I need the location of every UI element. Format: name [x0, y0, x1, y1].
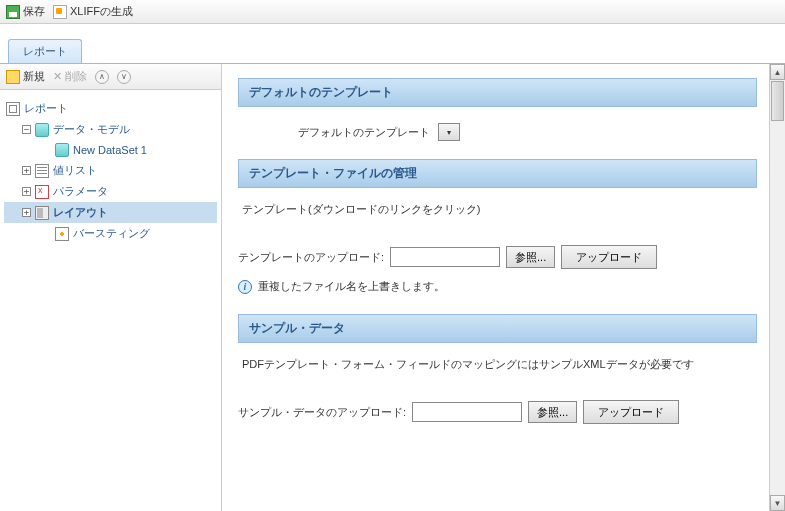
delete-button: ✕ 削除: [53, 69, 87, 84]
tree-item-bursting[interactable]: バースティング: [4, 223, 217, 244]
xliff-icon: [53, 5, 67, 19]
tree-label: パラメータ: [53, 184, 108, 199]
tree-item-dataset[interactable]: New DataSet 1: [4, 140, 217, 160]
scroll-down-button[interactable]: ▼: [770, 495, 785, 511]
tab-report-label: レポート: [23, 45, 67, 57]
expand-icon[interactable]: +: [22, 208, 31, 217]
tree-label: New DataSet 1: [73, 144, 147, 156]
value-list-icon: [35, 164, 49, 178]
overwrite-info-text: 重複したファイル名を上書きします。: [258, 279, 445, 294]
content-panel: デフォルトのテンプレート デフォルトのテンプレート ▾ テンプレート・ファイルの…: [222, 64, 785, 511]
delete-icon: ✕: [53, 70, 62, 83]
save-icon: [6, 5, 20, 19]
main-layout: 新規 ✕ 削除 ∧ ∨ レポート − データ・モデル New Da: [0, 64, 785, 511]
new-label: 新規: [23, 69, 45, 84]
sidebar: 新規 ✕ 削除 ∧ ∨ レポート − データ・モデル New Da: [0, 64, 222, 511]
tree-item-parameter[interactable]: + パラメータ: [4, 181, 217, 202]
default-template-row: デフォルトのテンプレート ▾: [238, 119, 757, 159]
bursting-icon: [55, 227, 69, 241]
sample-browse-button[interactable]: 参照...: [528, 401, 577, 423]
sample-upload-button[interactable]: アップロード: [583, 400, 679, 424]
section-header-template-mgmt: テンプレート・ファイルの管理: [238, 159, 757, 188]
collapse-down-button[interactable]: ∨: [117, 70, 131, 84]
collapse-icon[interactable]: −: [22, 125, 31, 134]
report-icon: [6, 102, 20, 116]
delete-label: 削除: [65, 69, 87, 84]
info-icon: i: [238, 280, 252, 294]
template-upload-label: テンプレートのアップロード:: [238, 250, 384, 265]
new-button[interactable]: 新規: [6, 69, 45, 84]
sidebar-toolbar: 新規 ✕ 削除 ∧ ∨: [0, 64, 221, 90]
sample-upload-label: サンプル・データのアップロード:: [238, 405, 406, 420]
tab-report[interactable]: レポート: [8, 39, 82, 63]
template-upload-button[interactable]: アップロード: [561, 245, 657, 269]
tree-item-data-model[interactable]: − データ・モデル: [4, 119, 217, 140]
xliff-generate-button[interactable]: XLIFFの生成: [53, 4, 133, 19]
tree-item-value-list[interactable]: + 値リスト: [4, 160, 217, 181]
tab-bar: レポート: [0, 38, 785, 64]
content-inner: デフォルトのテンプレート デフォルトのテンプレート ▾ テンプレート・ファイルの…: [238, 78, 769, 434]
save-label: 保存: [23, 4, 45, 19]
tree-label: レポート: [24, 101, 68, 116]
sample-upload-input[interactable]: [412, 402, 522, 422]
top-toolbar: 保存 XLIFFの生成: [0, 0, 785, 24]
tree-label: 値リスト: [53, 163, 97, 178]
tree-label: データ・モデル: [53, 122, 130, 137]
tree-label: バースティング: [73, 226, 150, 241]
sample-data-description: PDFテンプレート・フォーム・フィールドのマッピングにはサンプルXMLデータが必…: [238, 355, 757, 396]
expand-icon[interactable]: +: [22, 187, 31, 196]
section-header-default-template: デフォルトのテンプレート: [238, 78, 757, 107]
tree-item-layout[interactable]: + レイアウト: [4, 202, 217, 223]
tree-label: レイアウト: [53, 205, 108, 220]
default-template-dropdown[interactable]: ▾: [438, 123, 460, 141]
template-browse-button[interactable]: 参照...: [506, 246, 555, 268]
dataset-icon: [55, 143, 69, 157]
data-model-icon: [35, 123, 49, 137]
tree: レポート − データ・モデル New DataSet 1 + 値リスト + パラ…: [0, 90, 221, 252]
sample-upload-row: サンプル・データのアップロード: 参照... アップロード: [238, 396, 757, 434]
layout-icon: [35, 206, 49, 220]
scroll-track[interactable]: [770, 80, 785, 495]
collapse-up-button[interactable]: ∧: [95, 70, 109, 84]
template-upload-input[interactable]: [390, 247, 500, 267]
scroll-thumb[interactable]: [771, 81, 784, 121]
new-icon: [6, 70, 20, 84]
default-template-label: デフォルトのテンプレート: [298, 125, 430, 140]
expand-icon[interactable]: +: [22, 166, 31, 175]
overwrite-info-row: i 重複したファイル名を上書きします。: [238, 279, 757, 314]
section-header-sample-data: サンプル・データ: [238, 314, 757, 343]
tree-item-report[interactable]: レポート: [4, 98, 217, 119]
xliff-label: XLIFFの生成: [70, 4, 133, 19]
template-hint: テンプレート(ダウンロードのリンクをクリック): [238, 200, 757, 241]
template-upload-row: テンプレートのアップロード: 参照... アップロード: [238, 241, 757, 279]
parameter-icon: [35, 185, 49, 199]
save-button[interactable]: 保存: [6, 4, 45, 19]
scroll-up-button[interactable]: ▲: [770, 64, 785, 80]
vertical-scrollbar[interactable]: ▲ ▼: [769, 64, 785, 511]
